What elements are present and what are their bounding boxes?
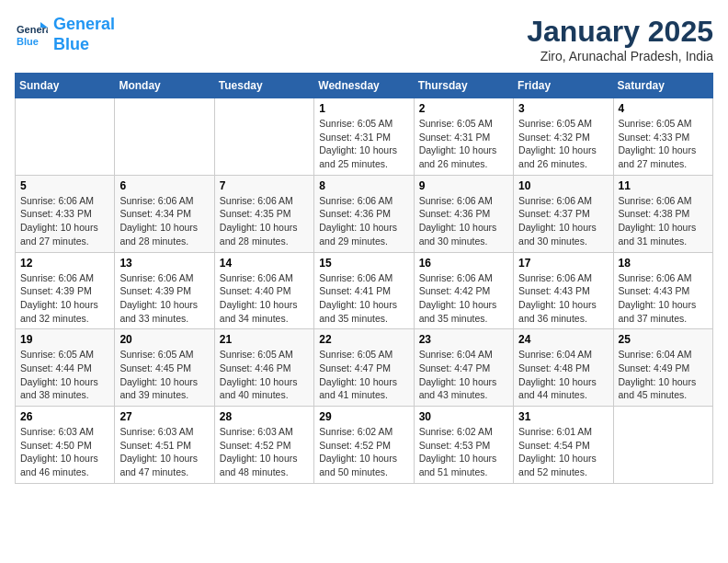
day-number: 12 [20,257,109,270]
calendar-cell: 24Sunrise: 6:04 AM Sunset: 4:48 PM Dayli… [514,329,613,407]
day-header-friday: Friday [514,74,613,98]
calendar-cell: 16Sunrise: 6:06 AM Sunset: 4:42 PM Dayli… [414,252,513,329]
day-number: 7 [220,179,309,192]
calendar-cell: 5Sunrise: 6:06 AM Sunset: 4:33 PM Daylig… [16,175,115,252]
day-info: Sunrise: 6:06 AM Sunset: 4:38 PM Dayligh… [619,194,708,248]
day-header-tuesday: Tuesday [214,74,313,98]
day-number: 19 [20,333,109,346]
calendar-cell: 19Sunrise: 6:05 AM Sunset: 4:44 PM Dayli… [16,329,115,407]
logo-text: General Blue [53,15,115,54]
day-info: Sunrise: 6:06 AM Sunset: 4:43 PM Dayligh… [518,271,608,326]
day-number: 14 [220,257,309,270]
day-number: 6 [119,179,209,192]
day-number: 30 [419,410,508,423]
day-header-monday: Monday [115,74,214,98]
day-info: Sunrise: 6:05 AM Sunset: 4:32 PM Dayligh… [518,117,608,171]
day-number: 8 [319,179,408,192]
day-number: 16 [419,257,508,270]
day-number: 1 [319,102,408,115]
calendar-cell: 31Sunrise: 6:01 AM Sunset: 4:54 PM Dayli… [514,407,613,484]
calendar-cell: 2Sunrise: 6:05 AM Sunset: 4:31 PM Daylig… [414,98,513,176]
calendar-cell: 8Sunrise: 6:06 AM Sunset: 4:36 PM Daylig… [314,175,414,252]
calendar-cell: 11Sunrise: 6:06 AM Sunset: 4:38 PM Dayli… [613,175,712,252]
day-number: 26 [20,410,109,423]
day-info: Sunrise: 6:05 AM Sunset: 4:44 PM Dayligh… [20,348,109,402]
day-info: Sunrise: 6:05 AM Sunset: 4:31 PM Dayligh… [419,117,508,171]
day-info: Sunrise: 6:05 AM Sunset: 4:46 PM Dayligh… [220,348,309,402]
location-subtitle: Ziro, Arunachal Pradesh, India [527,49,713,63]
logo: General Blue General Blue [15,15,115,54]
day-info: Sunrise: 6:03 AM Sunset: 4:50 PM Dayligh… [20,425,109,479]
day-info: Sunrise: 6:01 AM Sunset: 4:54 PM Dayligh… [518,425,608,479]
day-info: Sunrise: 6:06 AM Sunset: 4:37 PM Dayligh… [518,194,608,248]
logo-icon: General Blue [15,18,48,52]
day-number: 28 [220,410,309,423]
header: General Blue General Blue January 2025 Z… [15,15,713,63]
calendar-cell: 15Sunrise: 6:06 AM Sunset: 4:41 PM Dayli… [314,252,414,329]
calendar-cell: 21Sunrise: 6:05 AM Sunset: 4:46 PM Dayli… [214,329,313,407]
logo-line2: Blue [53,35,89,53]
day-info: Sunrise: 6:06 AM Sunset: 4:36 PM Dayligh… [319,194,408,248]
day-number: 27 [119,410,209,423]
day-number: 4 [619,102,708,115]
day-info: Sunrise: 6:06 AM Sunset: 4:35 PM Dayligh… [220,194,309,248]
calendar-cell: 7Sunrise: 6:06 AM Sunset: 4:35 PM Daylig… [214,175,313,252]
day-info: Sunrise: 6:06 AM Sunset: 4:33 PM Dayligh… [20,194,109,248]
day-info: Sunrise: 6:06 AM Sunset: 4:36 PM Dayligh… [419,194,508,248]
day-number: 10 [518,179,608,192]
day-number: 11 [619,179,708,192]
calendar-cell: 30Sunrise: 6:02 AM Sunset: 4:53 PM Dayli… [414,407,513,484]
calendar-cell: 18Sunrise: 6:06 AM Sunset: 4:43 PM Dayli… [613,252,712,329]
day-number: 18 [619,257,708,270]
day-info: Sunrise: 6:04 AM Sunset: 4:48 PM Dayligh… [518,348,608,402]
calendar-cell [16,98,115,176]
calendar-cell [115,98,214,176]
day-number: 3 [518,102,608,115]
day-header-sunday: Sunday [16,74,115,98]
day-info: Sunrise: 6:02 AM Sunset: 4:53 PM Dayligh… [419,425,508,479]
day-number: 15 [319,257,408,270]
calendar-cell: 22Sunrise: 6:05 AM Sunset: 4:47 PM Dayli… [314,329,414,407]
calendar-cell: 3Sunrise: 6:05 AM Sunset: 4:32 PM Daylig… [514,98,613,176]
calendar-cell: 29Sunrise: 6:02 AM Sunset: 4:52 PM Dayli… [314,407,414,484]
calendar-week-5: 26Sunrise: 6:03 AM Sunset: 4:50 PM Dayli… [16,407,713,484]
calendar-cell: 28Sunrise: 6:03 AM Sunset: 4:52 PM Dayli… [214,407,313,484]
day-number: 17 [518,257,608,270]
calendar-cell: 17Sunrise: 6:06 AM Sunset: 4:43 PM Dayli… [514,252,613,329]
day-info: Sunrise: 6:05 AM Sunset: 4:45 PM Dayligh… [119,348,209,402]
day-info: Sunrise: 6:02 AM Sunset: 4:52 PM Dayligh… [319,425,408,479]
calendar-cell: 20Sunrise: 6:05 AM Sunset: 4:45 PM Dayli… [115,329,214,407]
day-number: 23 [419,333,508,346]
day-number: 24 [518,333,608,346]
day-info: Sunrise: 6:03 AM Sunset: 4:51 PM Dayligh… [119,425,209,479]
day-number: 25 [619,333,708,346]
day-info: Sunrise: 6:06 AM Sunset: 4:34 PM Dayligh… [119,194,209,248]
calendar-cell: 6Sunrise: 6:06 AM Sunset: 4:34 PM Daylig… [115,175,214,252]
calendar-cell: 14Sunrise: 6:06 AM Sunset: 4:40 PM Dayli… [214,252,313,329]
day-number: 2 [419,102,508,115]
day-number: 20 [119,333,209,346]
calendar-cell: 9Sunrise: 6:06 AM Sunset: 4:36 PM Daylig… [414,175,513,252]
day-info: Sunrise: 6:05 AM Sunset: 4:31 PM Dayligh… [319,117,408,171]
svg-text:Blue: Blue [17,36,39,47]
day-info: Sunrise: 6:06 AM Sunset: 4:39 PM Dayligh… [20,271,109,326]
day-info: Sunrise: 6:04 AM Sunset: 4:47 PM Dayligh… [419,348,508,402]
calendar-week-1: 1Sunrise: 6:05 AM Sunset: 4:31 PM Daylig… [16,98,713,176]
calendar-cell: 10Sunrise: 6:06 AM Sunset: 4:37 PM Dayli… [514,175,613,252]
day-number: 9 [419,179,508,192]
day-info: Sunrise: 6:06 AM Sunset: 4:39 PM Dayligh… [119,271,209,326]
day-header-thursday: Thursday [414,74,513,98]
logo-line1: General [53,15,115,33]
calendar: SundayMondayTuesdayWednesdayThursdayFrid… [15,73,713,484]
title-area: January 2025 Ziro, Arunachal Pradesh, In… [527,15,713,63]
calendar-cell: 12Sunrise: 6:06 AM Sunset: 4:39 PM Dayli… [16,252,115,329]
calendar-cell: 26Sunrise: 6:03 AM Sunset: 4:50 PM Dayli… [16,407,115,484]
calendar-cell: 27Sunrise: 6:03 AM Sunset: 4:51 PM Dayli… [115,407,214,484]
day-info: Sunrise: 6:05 AM Sunset: 4:47 PM Dayligh… [319,348,408,402]
day-header-wednesday: Wednesday [314,74,414,98]
calendar-cell [613,407,712,484]
day-number: 31 [518,410,608,423]
calendar-week-4: 19Sunrise: 6:05 AM Sunset: 4:44 PM Dayli… [16,329,713,407]
day-number: 13 [119,257,209,270]
day-info: Sunrise: 6:06 AM Sunset: 4:43 PM Dayligh… [619,271,708,326]
